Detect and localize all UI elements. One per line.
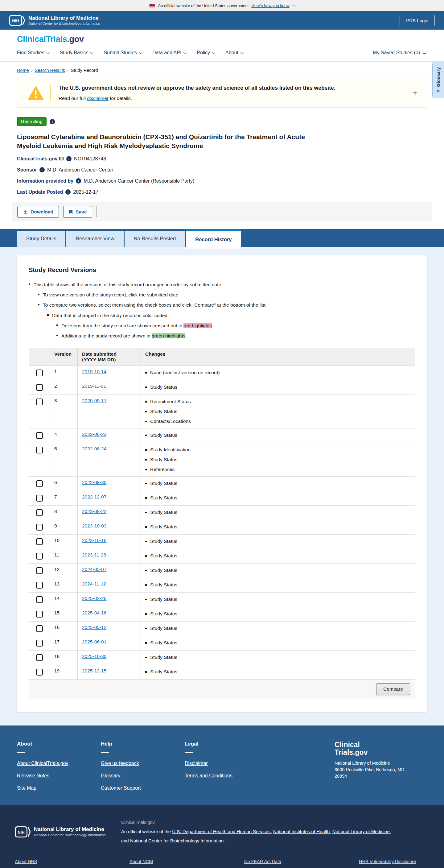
version-checkbox[interactable] bbox=[36, 625, 43, 632]
version-date-link[interactable]: 2023-08-22 bbox=[82, 509, 106, 514]
version-date-link[interactable]: 2025-12-15 bbox=[82, 668, 106, 673]
version-number: 5 bbox=[50, 443, 78, 476]
version-checkbox[interactable] bbox=[36, 538, 43, 545]
version-date-link[interactable]: 2023-10-03 bbox=[82, 523, 106, 528]
footer-link[interactable]: Release Notes bbox=[17, 773, 49, 779]
nav-item-about[interactable]: About bbox=[225, 50, 243, 56]
version-checkbox[interactable] bbox=[36, 509, 43, 516]
version-checkbox[interactable] bbox=[36, 495, 43, 501]
footer-column: AboutAbout ClinicalTrials.govRelease Not… bbox=[17, 741, 101, 791]
breadcrumb: Home Search Results Study Record bbox=[17, 68, 427, 73]
divider bbox=[185, 752, 193, 753]
official-site-link[interactable]: National Center for Biotechnology Inform… bbox=[130, 838, 224, 843]
version-date-link[interactable]: 2024-11-12 bbox=[82, 581, 106, 586]
my-saved-studies-link[interactable]: My Saved Studies (0) bbox=[373, 50, 427, 56]
version-date-link[interactable]: 2023-11-28 bbox=[82, 552, 106, 557]
footer-link[interactable]: Terms and Conditions bbox=[185, 773, 232, 779]
download-button[interactable]: Download bbox=[17, 206, 59, 218]
nav-item-study-basics[interactable]: Study Basics bbox=[60, 50, 93, 56]
version-date-link[interactable]: 2025-04-16 bbox=[82, 610, 106, 615]
gov-banner-text: An official website of the United States… bbox=[158, 3, 249, 8]
glossary-side-tab[interactable]: Glossary bbox=[432, 62, 444, 98]
nav-item-find-studies[interactable]: Find Studies bbox=[17, 50, 49, 56]
version-checkbox[interactable] bbox=[36, 447, 43, 454]
footer-link[interactable]: About ClinicalTrials.gov bbox=[17, 761, 68, 766]
info-icon[interactable] bbox=[50, 119, 55, 124]
tab-study-details[interactable]: Study Details bbox=[17, 231, 65, 247]
footer-link[interactable]: Disclaimer bbox=[185, 761, 208, 766]
sub-footer: NIH National Library of Medicine Nationa… bbox=[0, 805, 444, 868]
footer-link[interactable]: Glossary bbox=[101, 773, 120, 779]
breadcrumb-search-results[interactable]: Search Results bbox=[35, 68, 65, 73]
version-checkbox[interactable] bbox=[36, 582, 43, 589]
version-checkbox[interactable] bbox=[36, 399, 43, 405]
org-name: National Library of Medicine bbox=[34, 826, 106, 833]
info-icon[interactable] bbox=[76, 178, 81, 184]
table-row: 172025-06-01Study Status bbox=[29, 636, 415, 651]
info-icon[interactable] bbox=[39, 167, 45, 173]
version-date-link[interactable]: 2022-12-07 bbox=[82, 494, 106, 499]
version-date-link[interactable]: 2020-09-17 bbox=[82, 398, 106, 403]
version-date-link[interactable]: 2022-06-23 bbox=[82, 432, 106, 437]
save-button[interactable]: Save bbox=[63, 206, 92, 218]
nav-item-submit-studies[interactable]: Submit Studies bbox=[104, 50, 141, 56]
compare-button[interactable]: Compare bbox=[376, 683, 410, 695]
nav-item-data-and-api[interactable]: Data and API bbox=[152, 50, 186, 56]
nav-item-policy[interactable]: Policy bbox=[197, 50, 214, 56]
subfooter-link-grid: About HHSAbout NIHAbout NLMAbout NCBIAcc… bbox=[15, 859, 429, 868]
clinicaltrials-logo[interactable]: ClinicalTrials.gov bbox=[17, 35, 427, 44]
subfooter-link[interactable]: About NCBI bbox=[129, 859, 244, 864]
nih-logo[interactable]: NIH National Library of Medicine Nationa… bbox=[9, 15, 100, 26]
version-date-link[interactable]: 2025-02-26 bbox=[82, 596, 106, 601]
version-checkbox[interactable] bbox=[36, 611, 43, 618]
version-date-link[interactable]: 2022-06-24 bbox=[82, 446, 106, 451]
version-date-link[interactable]: 2022-09-30 bbox=[82, 479, 106, 485]
heres-how-you-know-link[interactable]: Here’s how you know bbox=[251, 3, 289, 8]
version-date-link[interactable]: 2023-10-16 bbox=[82, 538, 106, 543]
glossary-tab-label: Glossary bbox=[436, 67, 441, 87]
version-date-link[interactable]: 2019-10-14 bbox=[82, 369, 106, 374]
tab-bar: Study Details Researcher View No Results… bbox=[0, 229, 444, 247]
version-checkbox[interactable] bbox=[36, 432, 43, 439]
prs-login-button[interactable]: PRS Login bbox=[400, 15, 435, 26]
version-checkbox[interactable] bbox=[36, 384, 43, 391]
change-item: Study Identification bbox=[145, 447, 411, 453]
version-checkbox[interactable] bbox=[36, 480, 43, 487]
version-checkbox[interactable] bbox=[36, 640, 43, 647]
version-date-link[interactable]: 2019-11-01 bbox=[82, 383, 106, 389]
green-highlight-sample: green highlights bbox=[152, 333, 185, 338]
version-checkbox[interactable] bbox=[36, 553, 43, 560]
version-date-link[interactable]: 2024-05-07 bbox=[82, 567, 106, 572]
footer-link[interactable]: Customer Support bbox=[101, 785, 141, 791]
version-date-link[interactable]: 2025-06-01 bbox=[82, 639, 106, 644]
version-checkbox[interactable] bbox=[36, 654, 43, 661]
official-site-link[interactable]: National Institutes of Health bbox=[273, 829, 329, 834]
banner-expand-button[interactable] bbox=[410, 88, 420, 98]
disclaimer-link[interactable]: disclaimer bbox=[87, 96, 108, 101]
version-checkbox[interactable] bbox=[36, 524, 43, 531]
tab-no-results-posted[interactable]: No Results Posted bbox=[125, 231, 185, 247]
info-icon[interactable] bbox=[65, 189, 71, 195]
official-statement: An official website of the U.S. Departme… bbox=[121, 827, 392, 845]
change-item: Study Status bbox=[145, 640, 411, 646]
tab-researcher-view[interactable]: Researcher View bbox=[66, 231, 123, 247]
version-date-link[interactable]: 2025-05-12 bbox=[82, 625, 106, 630]
version-date-link[interactable]: 2025-10-30 bbox=[82, 654, 106, 659]
footer-link[interactable]: Site Map bbox=[17, 785, 36, 791]
subfooter-link[interactable]: About HHS bbox=[15, 859, 129, 864]
version-checkbox[interactable] bbox=[36, 567, 43, 574]
version-checkbox[interactable] bbox=[36, 370, 43, 376]
official-site-link[interactable]: National Library of Medicine bbox=[332, 829, 390, 834]
info-icon[interactable] bbox=[66, 156, 71, 161]
nlm-footer-logo[interactable]: NIH National Library of Medicine Nationa… bbox=[15, 818, 106, 845]
subfooter-link[interactable]: HHS Vulnerability Disclosure bbox=[359, 859, 429, 864]
breadcrumb-home[interactable]: Home bbox=[17, 68, 29, 73]
version-checkbox[interactable] bbox=[36, 596, 43, 603]
version-checkbox[interactable] bbox=[36, 669, 43, 676]
tab-record-history[interactable]: Record History bbox=[186, 229, 241, 249]
status-badge: Recruiting bbox=[17, 117, 46, 126]
footer-link[interactable]: Give us feedback bbox=[101, 761, 139, 766]
official-site-link[interactable]: U.S. Department of Health and Human Serv… bbox=[172, 829, 271, 834]
subfooter-link[interactable]: No FEAR Act Data bbox=[244, 859, 359, 864]
change-item: Study Status bbox=[145, 480, 411, 486]
